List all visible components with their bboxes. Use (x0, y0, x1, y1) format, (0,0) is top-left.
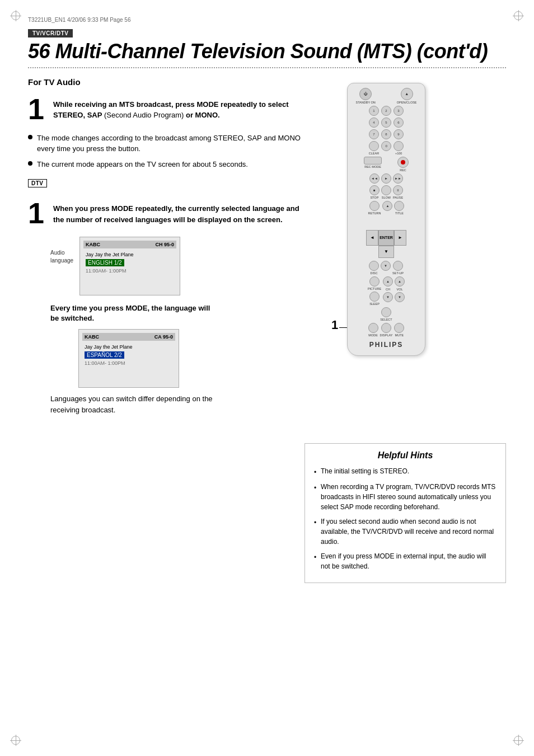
screen2-time: 11:00AM- 1:00PM (82, 359, 175, 367)
stop-btn[interactable]: ■ (369, 185, 380, 195)
hint-bullet-2: • (314, 483, 317, 493)
num-row-1: 1 2 3 (351, 106, 421, 116)
step-indicator: 1 (331, 318, 338, 332)
hint-bullet-3: • (314, 518, 317, 528)
hints-list: • The initial setting is STEREO. • When … (314, 466, 496, 571)
return-btn[interactable] (369, 201, 380, 211)
recmode-container: REC MODE (364, 157, 382, 172)
screen1-lang-highlight: ENGLISH 1/2 (86, 259, 124, 266)
btn-6[interactable]: 6 (394, 118, 404, 128)
bullet-dot-2 (28, 161, 32, 166)
btn-9[interactable]: 9 (394, 129, 404, 139)
mute-btn[interactable] (394, 323, 404, 333)
screen1-spacer (83, 275, 176, 292)
dpad-right[interactable]: ► (394, 230, 406, 246)
btn-2[interactable]: 2 (381, 106, 391, 116)
bullet-list-tv: The mode changes according to the broadc… (28, 133, 308, 170)
ffwd-btn[interactable]: ►► (393, 173, 403, 184)
stop-container: ■ STOP (369, 185, 380, 199)
num-row-3: 7 8 9 (351, 129, 421, 139)
mode-btn[interactable] (368, 323, 378, 333)
btn-3[interactable]: 3 (394, 106, 404, 116)
step-1-dtv: 1 When you press MODE repeatedly, the cu… (28, 199, 308, 228)
select-label: SELECT (380, 318, 392, 321)
return-label: RETURN (368, 212, 381, 215)
screen1-station: KABC (86, 242, 100, 247)
btn-4[interactable]: 4 (369, 118, 379, 128)
hint-bullet-1: • (314, 467, 317, 477)
standby-btn[interactable]: ⏻ (359, 88, 372, 100)
select-btn[interactable] (381, 307, 391, 317)
divider (28, 67, 506, 68)
enter-btn[interactable]: ENTER (378, 230, 394, 246)
dpad-down[interactable]: ▼ (378, 246, 394, 258)
rec-mode-btn[interactable] (364, 157, 382, 165)
slow-btn[interactable] (381, 185, 391, 195)
btn-5[interactable]: 5 (381, 118, 391, 128)
screen-2: KABC CA 95-0 Jay Jay the Jet Plane ESPAÑ… (78, 329, 179, 388)
plus100-btn[interactable] (394, 141, 404, 151)
vol-dn-btn[interactable]: ▼ (395, 292, 405, 302)
rec-row: REC MODE REC (351, 157, 421, 172)
playback-row-2: ■ STOP SLOW II PAUSE (351, 185, 421, 199)
languages-note: Languages you can switch differ dependin… (50, 393, 308, 415)
screen1-time: 11:00AM- 1:00PM (83, 267, 176, 275)
main-content: For TV Audio 1 While receiving an MTS br… (28, 77, 506, 416)
screen2-station: KABC (85, 334, 99, 340)
down-btn[interactable]: ▼ (381, 261, 391, 271)
step-1-dtv-text: When you press MODE repeatedly, the curr… (53, 199, 308, 225)
btn-7[interactable]: 7 (369, 129, 379, 139)
step-1-number: 1 (28, 95, 48, 124)
setup-label: SET-UP (392, 271, 404, 275)
sleep-label: SLEEP (369, 302, 380, 306)
remote: ⏻ STANDBY ON ▲ OPEN/CLOSE 1 2 3 (347, 83, 425, 356)
up-btn[interactable]: ▲ (382, 201, 392, 211)
ch-vol-row: PICTURE SLEEP ▲ CH ▼ (351, 276, 421, 306)
return-row: RETURN ▲ TITLE (351, 201, 421, 215)
pause-btn[interactable]: II (393, 185, 403, 195)
btn-8[interactable]: 8 (381, 129, 391, 139)
return-container: RETURN (368, 201, 381, 215)
vol-up-btn[interactable]: ▲ (395, 276, 405, 287)
open-close-btn[interactable]: ▲ (401, 88, 413, 100)
file-info-text: T3221UB_EN1 4/20/06 9:33 PM Page 56 (28, 17, 130, 23)
stop-label: STOP (370, 196, 378, 199)
screen-1: KABC CH 95-0 Jay Jay the Jet Plane ENGLI… (79, 237, 180, 295)
title-container: TITLE (394, 201, 404, 215)
screen2-lang-highlight: ESPAÑOL 2/2 (85, 351, 124, 359)
screen2-lang-row: ESPAÑOL 2/2 (82, 351, 175, 359)
step-1-tv: 1 While receiving an MTS broadcast, pres… (28, 95, 308, 124)
ch-dn-btn[interactable]: ▼ (383, 292, 393, 302)
pause-container: II PAUSE (393, 185, 403, 199)
play-btn[interactable]: ► (381, 173, 391, 184)
ch-group: ▲ CH ▼ (383, 276, 393, 302)
disc-btn[interactable] (369, 261, 379, 271)
hint-text-4: Even if you press MODE in external input… (321, 551, 496, 571)
ch-up-btn[interactable]: ▲ (383, 276, 393, 287)
title-btn[interactable] (394, 201, 404, 211)
clear-btn[interactable] (369, 141, 379, 151)
btn-0[interactable]: 0 (381, 141, 391, 151)
screen2-show: Jay Jay the Jet Plane (82, 343, 175, 351)
hint-3: • If you select second audio when second… (314, 516, 496, 547)
for-tv-audio-heading: For TV Audio (28, 77, 308, 87)
dpad-left[interactable]: ◄ (366, 230, 378, 246)
display-btn[interactable] (381, 323, 391, 333)
select-row: SELECT (351, 307, 421, 321)
bottom-row: MODE DISPLAY MUTE (351, 323, 421, 337)
select-container: SELECT (380, 307, 392, 321)
plus100-label: +100 (395, 152, 402, 155)
every-time-text: Every time you press MODE, the language … (50, 303, 308, 323)
setup-btn[interactable] (393, 261, 403, 271)
sleep-btn[interactable] (369, 292, 380, 302)
btn-1[interactable]: 1 (369, 106, 379, 116)
rewind-btn[interactable]: ◄◄ (369, 173, 380, 184)
rec-btn[interactable] (397, 157, 409, 168)
title-label: TITLE (395, 212, 404, 215)
hint-text-1: The initial setting is STEREO. (321, 466, 409, 476)
hint-text-3: If you select second audio when second a… (321, 516, 496, 547)
pause-label: PAUSE (393, 196, 403, 199)
playback-row-1: ◄◄ ► ►► (351, 173, 421, 184)
picture-btn[interactable] (369, 276, 380, 287)
rec-container: REC (397, 157, 409, 172)
